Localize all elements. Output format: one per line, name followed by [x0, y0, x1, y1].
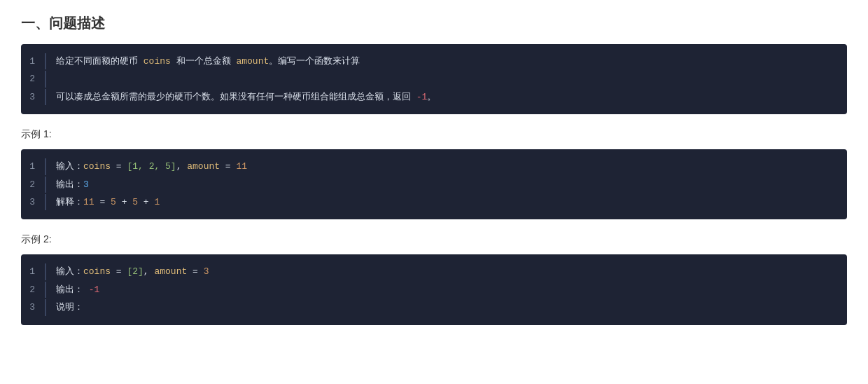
example2-line-1: 1 输入：coins = [2], amount = 3	[21, 263, 847, 280]
ex1-line-num-3: 3	[21, 194, 46, 210]
line-num-1: 1	[21, 53, 46, 69]
ex1-line-num-2: 2	[21, 177, 46, 193]
ex2-line-num-1: 1	[21, 263, 46, 280]
example1-label: 示例 1:	[21, 128, 847, 141]
example2-line-3: 3 说明：	[21, 299, 847, 316]
ex1-line-1-content: 输入：coins = [1, 2, 5], amount = 11	[56, 158, 247, 174]
ex1-line-num-1: 1	[21, 158, 46, 174]
ex2-line-2-content: 输出： -1	[56, 282, 99, 298]
ex2-line-num-2: 2	[21, 282, 46, 298]
desc-line-1: 1 给定不同面额的硬币 coins 和一个总金额 amount。编写一个函数来计…	[21, 53, 847, 70]
example1-line-3: 3 解释：11 = 5 + 5 + 1	[21, 193, 847, 211]
example1-code-block: 1 输入：coins = [1, 2, 5], amount = 11 2 输出…	[21, 149, 847, 219]
ex1-line-2-content: 输出：3	[56, 177, 89, 193]
example1-line-1: 1 输入：coins = [1, 2, 5], amount = 11	[21, 158, 847, 175]
description-code-block: 1 给定不同面额的硬币 coins 和一个总金额 amount。编写一个函数来计…	[21, 44, 847, 114]
desc-line-3: 3 可以凑成总金额所需的最少的硬币个数。如果没有任何一种硬币组合能组成总金额，返…	[21, 88, 847, 106]
example1-line-2: 2 输出：3	[21, 176, 847, 193]
ex2-line-num-3: 3	[21, 299, 46, 315]
example2-code-block: 1 输入：coins = [2], amount = 3 2 输出： -1 3 …	[21, 254, 847, 324]
desc-line-3-content: 可以凑成总金额所需的最少的硬币个数。如果没有任何一种硬币组合能组成总金额，返回 …	[56, 89, 436, 105]
ex1-line-3-content: 解释：11 = 5 + 5 + 1	[56, 194, 160, 210]
desc-line-2: 2	[21, 70, 847, 88]
ex2-line-1-content: 输入：coins = [2], amount = 3	[56, 263, 209, 280]
desc-line-1-content: 给定不同面额的硬币 coins 和一个总金额 amount。编写一个函数来计算	[56, 53, 360, 69]
line-num-3: 3	[21, 89, 46, 105]
ex2-line-3-content: 说明：	[56, 299, 83, 315]
page-title: 一、问题描述	[21, 14, 847, 33]
example2-label: 示例 2:	[21, 233, 847, 246]
example2-line-2: 2 输出： -1	[21, 281, 847, 299]
line-num-2: 2	[21, 71, 46, 87]
